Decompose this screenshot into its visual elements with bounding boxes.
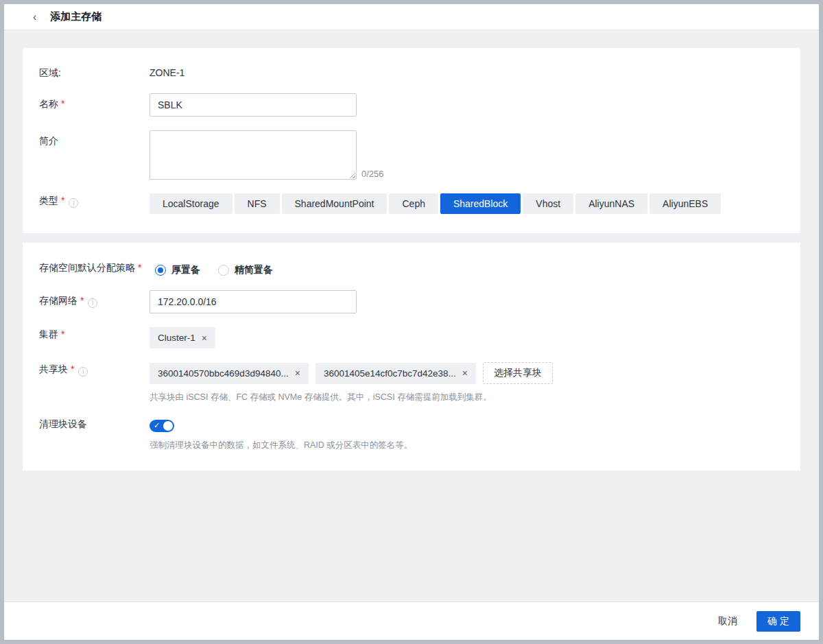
type-option-sharedmountpoint[interactable]: SharedMountPoint xyxy=(282,193,387,214)
cancel-button[interactable]: 取消 xyxy=(718,615,737,628)
network-label-text: 存储网络 xyxy=(39,295,77,306)
allocation-row: 存储空间默认分配策略* 厚置备精简置备 xyxy=(39,261,784,276)
shared-block-tags: 3600140570bbc469d3d94840...×36001405e14c… xyxy=(150,362,553,384)
description-label: 简介 xyxy=(39,130,150,147)
type-option-aliyunnas[interactable]: AliyunNAS xyxy=(575,193,647,214)
clean-device-label-text: 清理块设备 xyxy=(39,418,87,429)
type-option-nfs[interactable]: NFS xyxy=(235,193,280,214)
radio-circle-icon[interactable] xyxy=(155,265,166,276)
shared-block-row: 共享块*i 3600140570bbc469d3d94840...×360014… xyxy=(39,362,784,403)
cluster-row: 集群* Cluster-1× xyxy=(39,327,784,348)
shared-block-label-text: 共享块 xyxy=(39,363,68,374)
clean-device-label: 清理块设备 xyxy=(39,417,150,431)
name-row: 名称* xyxy=(39,93,784,117)
zone-value: ZONE-1 xyxy=(150,66,184,78)
type-options: LocalStorageNFSSharedMountPointCephShare… xyxy=(150,193,721,214)
type-option-sharedblock[interactable]: SharedBlock xyxy=(440,193,521,214)
cluster-label: 集群* xyxy=(39,327,150,341)
info-icon[interactable]: i xyxy=(69,198,78,208)
cluster-label-text: 集群 xyxy=(39,329,58,339)
clean-device-row: 清理块设备 ✓ 强制清理块设备中的数据，如文件系统、RAID 或分区表中的签名等… xyxy=(39,417,784,451)
select-shared-block-button[interactable]: 选择共享块 xyxy=(483,362,553,384)
radio-option-label: 厚置备 xyxy=(171,264,200,276)
network-row: 存储网络*i xyxy=(39,290,784,313)
zone-label-text: 区域: xyxy=(39,67,61,78)
required-asterisk: * xyxy=(61,329,64,339)
back-icon[interactable]: ‹ xyxy=(33,12,36,23)
description-label-text: 简介 xyxy=(39,135,58,146)
type-option-ceph[interactable]: Ceph xyxy=(389,193,438,214)
type-label-text: 类型 xyxy=(39,195,58,206)
zone-label: 区域: xyxy=(39,66,150,80)
type-option-localstorage[interactable]: LocalStorage xyxy=(150,193,232,214)
zone-row: 区域: ZONE-1 xyxy=(39,66,784,80)
type-row: 类型*i LocalStorageNFSSharedMountPointCeph… xyxy=(39,193,784,214)
allocation-options: 厚置备精简置备 xyxy=(155,261,273,276)
required-asterisk: * xyxy=(80,295,84,306)
remove-tag-icon[interactable]: × xyxy=(295,368,300,378)
confirm-button[interactable]: 确定 xyxy=(756,611,800,632)
add-primary-storage-window: ‹ 添加主存储 区域: ZONE-1 名称* xyxy=(0,0,823,644)
description-textarea[interactable] xyxy=(150,130,357,180)
radio-option-label: 精简置备 xyxy=(235,264,273,276)
type-option-vhost[interactable]: Vhost xyxy=(523,193,573,214)
allocation-label: 存储空间默认分配策略* xyxy=(39,261,150,274)
required-asterisk: * xyxy=(138,262,141,273)
shared-block-label: 共享块*i xyxy=(39,362,150,377)
network-label: 存储网络*i xyxy=(39,290,150,308)
remove-tag-icon[interactable]: × xyxy=(202,333,207,343)
form-content: 区域: ZONE-1 名称* 简介 xyxy=(4,30,819,601)
type-option-aliyunebs[interactable]: AliyunEBS xyxy=(649,193,721,214)
radio-option-0[interactable]: 厚置备 xyxy=(155,264,200,276)
cluster-tags: Cluster-1× xyxy=(150,327,215,348)
required-asterisk: * xyxy=(71,363,74,374)
shared-block-card: 存储空间默认分配策略* 厚置备精简置备 存储网络*i 集群* Cluster-1… xyxy=(23,243,800,470)
tag: 3600140570bbc469d3d94840...× xyxy=(150,363,309,384)
clean-device-toggle[interactable]: ✓ xyxy=(150,420,174,432)
radio-circle-icon[interactable] xyxy=(218,265,229,276)
name-label-text: 名称 xyxy=(39,98,58,109)
page-header: ‹ 添加主存储 xyxy=(4,4,819,30)
info-icon[interactable]: i xyxy=(88,298,97,308)
page-footer: 取消 确定 xyxy=(4,601,819,640)
page-title: 添加主存储 xyxy=(50,10,102,23)
clean-device-help: 强制清理块设备中的数据，如文件系统、RAID 或分区表中的签名等。 xyxy=(150,440,412,451)
tag-label: Cluster-1 xyxy=(158,333,195,343)
remove-tag-icon[interactable]: × xyxy=(462,368,468,378)
info-icon[interactable]: i xyxy=(78,367,88,377)
check-icon: ✓ xyxy=(154,422,160,429)
required-asterisk: * xyxy=(61,98,64,109)
tag: 36001405e14cf0c7bc7d42e38...× xyxy=(315,363,476,384)
type-label: 类型*i xyxy=(39,193,150,208)
tag-label: 36001405e14cf0c7bc7d42e38... xyxy=(324,368,456,379)
toggle-knob xyxy=(163,421,173,431)
name-label: 名称* xyxy=(39,93,150,110)
description-row: 简介 0/256 xyxy=(39,130,784,180)
radio-option-1[interactable]: 精简置备 xyxy=(218,264,273,276)
char-counter: 0/256 xyxy=(361,169,384,180)
shared-block-help: 共享块由 iSCSI 存储、FC 存储或 NVMe 存储提供。其中，iSCSI … xyxy=(150,392,553,403)
name-input[interactable] xyxy=(150,93,357,117)
basic-info-card: 区域: ZONE-1 名称* 简介 xyxy=(23,48,800,233)
required-asterisk: * xyxy=(61,195,64,206)
tag: Cluster-1× xyxy=(150,327,215,348)
storage-network-input[interactable] xyxy=(150,290,357,313)
tag-label: 3600140570bbc469d3d94840... xyxy=(158,368,289,379)
allocation-label-text: 存储空间默认分配策略 xyxy=(39,262,135,273)
